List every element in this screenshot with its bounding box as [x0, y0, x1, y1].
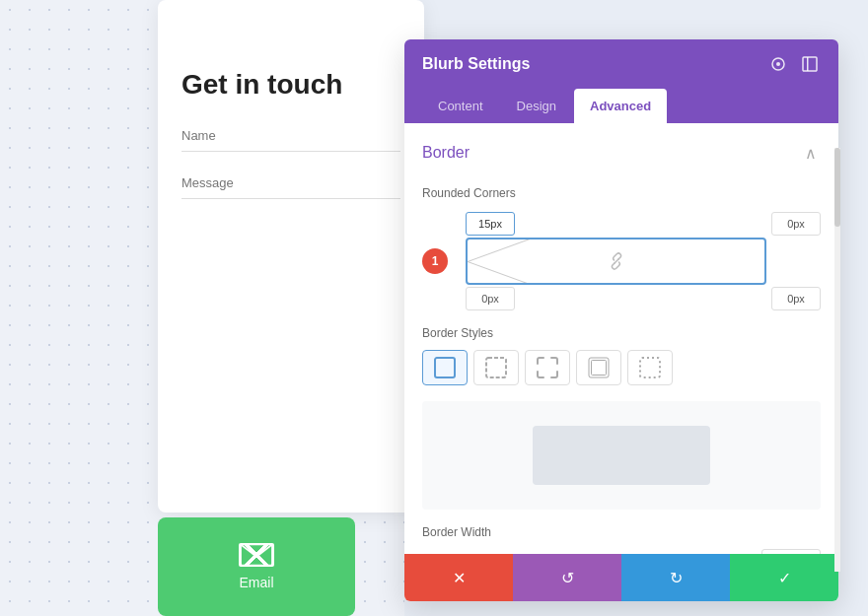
corner-preview-box [466, 238, 766, 285]
corner-br-input[interactable] [771, 287, 821, 310]
blurb-settings-panel: Blurb Settings Content Design Advanced [404, 39, 838, 601]
border-width-label: Border Width [422, 525, 821, 539]
section-header: Border ∧ [422, 143, 821, 171]
panel-body: Border ∧ Rounded Corners 1 [404, 123, 838, 554]
message-input[interactable] [181, 168, 400, 199]
panel-title: Blurb Settings [422, 55, 530, 73]
panel-footer: ✕ ↺ ↻ ✓ [404, 554, 838, 601]
border-style-solid[interactable] [422, 350, 468, 385]
border-style-dotted[interactable] [627, 350, 673, 385]
border-style-options [422, 350, 821, 385]
corner-bl-input[interactable] [466, 287, 515, 310]
svg-line-5 [615, 259, 618, 263]
svg-rect-6 [435, 358, 455, 377]
tab-advanced[interactable]: Advanced [574, 89, 667, 123]
svg-rect-4 [807, 57, 809, 71]
focus-icon-button[interactable] [767, 53, 789, 75]
reset-button[interactable]: ↺ [513, 554, 621, 601]
panel-scrollbar[interactable] [834, 148, 840, 572]
svg-rect-9 [592, 361, 607, 376]
border-preview-inner [533, 426, 710, 485]
border-preview-area [422, 401, 821, 510]
corner-tl-input[interactable] [466, 212, 515, 236]
link-icon [608, 252, 625, 270]
svg-rect-0 [241, 544, 272, 565]
expand-icon-button[interactable] [799, 53, 821, 75]
corner-tr-input[interactable] [771, 212, 821, 236]
step-badge: 1 [422, 248, 448, 274]
scrollbar-thumb[interactable] [834, 148, 840, 227]
confirm-button[interactable]: ✓ [730, 554, 838, 601]
rounded-corners-label: Rounded Corners [422, 186, 821, 200]
corner-tr-input-container [771, 212, 821, 236]
corner-tl-input-container [466, 212, 515, 236]
border-style-double[interactable] [576, 350, 621, 385]
tab-design[interactable]: Design [501, 89, 572, 123]
section-title: Border [422, 144, 470, 162]
corner-bl-input-container [466, 287, 515, 310]
tab-content[interactable]: Content [422, 89, 499, 123]
corner-br-input-container [771, 287, 821, 310]
form-heading: Get in touch [181, 69, 400, 101]
border-styles-label: Border Styles [422, 326, 821, 340]
svg-point-2 [776, 62, 780, 66]
border-style-dashed-all[interactable] [473, 350, 519, 385]
panel-header-icons [767, 53, 821, 75]
svg-rect-3 [803, 57, 817, 71]
border-section: Border ∧ Rounded Corners 1 [422, 143, 821, 554]
svg-rect-7 [486, 358, 506, 377]
cancel-button[interactable]: ✕ [404, 554, 513, 601]
name-input[interactable] [181, 120, 400, 152]
panel-tabs: Content Design Advanced [404, 89, 838, 123]
email-label: Email [239, 575, 273, 590]
svg-rect-10 [640, 358, 660, 377]
email-icon [239, 543, 274, 567]
redo-button[interactable]: ↻ [621, 554, 730, 601]
contact-form-card: Get in touch [158, 0, 424, 513]
panel-header: Blurb Settings [404, 39, 838, 89]
collapse-icon[interactable]: ∧ [801, 143, 821, 163]
email-button[interactable]: Email [158, 517, 355, 616]
corner-grid: 1 [422, 212, 821, 310]
border-style-dashed-corners[interactable] [525, 350, 570, 385]
